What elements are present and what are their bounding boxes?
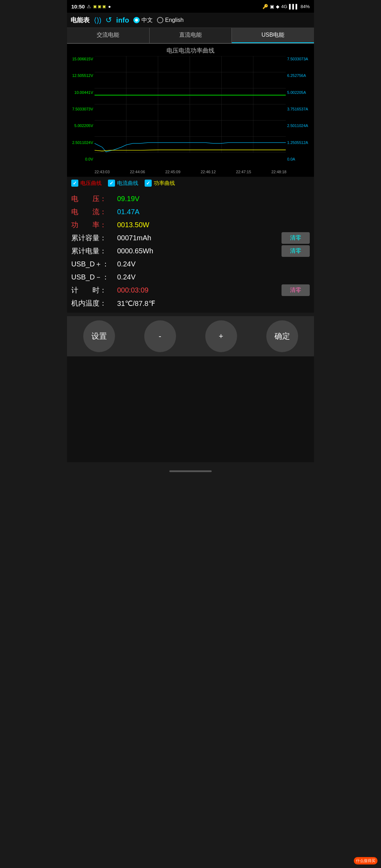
- legend-power-label: 功率曲线: [154, 180, 175, 187]
- y-axis-left: 15.006615V 12.505512V 10.00441V 7.503307…: [67, 56, 95, 169]
- current-value: 01.47A: [117, 208, 139, 216]
- tab-ac[interactable]: 交流电能: [67, 28, 150, 43]
- nav-bar: [67, 462, 314, 480]
- tab-dc[interactable]: 直流电能: [150, 28, 232, 43]
- voltage-label: 电 压：: [71, 194, 117, 204]
- signal-label: 4G: [281, 4, 287, 9]
- dot-indicator: ●: [108, 4, 111, 9]
- energy-value: 0000.65Wh: [117, 247, 310, 255]
- temp-value: 31℃/87.8℉: [117, 299, 155, 308]
- voltage-checkbox[interactable]: ✓: [71, 180, 78, 187]
- signal-bars: ▌▌▌: [289, 4, 299, 9]
- chart-container: 15.006615V 12.505512V 10.00441V 7.503307…: [67, 56, 314, 169]
- bottom-controls: 设置 - + 确定: [67, 316, 314, 356]
- current-checkbox[interactable]: ✓: [108, 180, 115, 187]
- timer-value: 000:03:09: [117, 286, 310, 294]
- footer-area: [67, 356, 314, 462]
- data-row-usbdm: USB_D－： 0.24V: [71, 271, 310, 284]
- legend-current-label: 电流曲线: [117, 180, 138, 187]
- lang-zh-label: 中文: [141, 17, 153, 24]
- chart-title: 电压电流功率曲线: [67, 45, 314, 56]
- data-row-energy: 累计电量： 0000.65Wh 清零: [71, 245, 310, 258]
- chart-section: 电压电流功率曲线 15.006615V 12.505512V 10.00441V…: [67, 44, 314, 177]
- power-value: 0013.50W: [117, 221, 149, 229]
- status-right: 🔑 ▣ ◆ 4G ▌▌▌ 84%: [262, 4, 310, 9]
- current-label: 电 流：: [71, 207, 117, 217]
- legend-voltage-label: 电压曲线: [80, 180, 102, 187]
- wifi-icon: ◆: [276, 4, 279, 9]
- decrement-button[interactable]: -: [144, 320, 176, 352]
- energy-label: 累计电量：: [71, 246, 117, 256]
- warning-icon: ⚠: [87, 4, 91, 9]
- refresh-icon[interactable]: ↺: [105, 16, 112, 25]
- power-checkbox[interactable]: ✓: [145, 180, 152, 187]
- y-axis-right: 7.5033073A 6.252756A 5.002205A 3.7516537…: [286, 56, 314, 169]
- lang-en-option[interactable]: English: [157, 17, 183, 23]
- home-bar: [169, 470, 212, 472]
- data-row-capacity: 累计容量： 00071mAh 清零: [71, 231, 310, 245]
- usbdp-value: 0.24V: [117, 260, 135, 268]
- data-row-timer: 计 时： 000:03:09 清零: [71, 284, 310, 297]
- usbdm-value: 0.24V: [117, 273, 135, 281]
- usbdm-label: USB_D－：: [71, 272, 117, 282]
- top-bar: 电能表 ⟨)) ↺ info 中文 English: [67, 13, 314, 28]
- app-title: 电能表: [71, 16, 90, 24]
- lang-en-label: English: [165, 17, 183, 23]
- power-label: 功 率：: [71, 220, 117, 230]
- confirm-button[interactable]: 确定: [266, 320, 298, 352]
- temp-label: 机内温度：: [71, 299, 117, 308]
- timer-label: 计 时：: [71, 285, 117, 295]
- battery-label: 84%: [301, 4, 310, 9]
- data-row-power: 功 率： 0013.50W: [71, 218, 310, 231]
- data-row-current: 电 流： 01.47A: [71, 205, 310, 218]
- status-left: 10:50 ⚠ ▣ ▣ ▣ ●: [71, 4, 111, 10]
- usbdp-label: USB_D＋：: [71, 259, 117, 269]
- data-row-voltage: 电 压： 09.19V: [71, 192, 310, 205]
- status-time: 10:50: [71, 4, 85, 10]
- x-axis: 22:43:03 22:44:06 22:45:09 22:46:12 22:4…: [67, 169, 314, 175]
- capacity-label: 累计容量：: [71, 233, 117, 243]
- tab-usb[interactable]: USB电能: [232, 28, 314, 43]
- chart-legend: ✓ 电压曲线 ✓ 电流曲线 ✓ 功率曲线: [67, 177, 314, 189]
- chart-area: [95, 56, 286, 169]
- app-icons: ▣ ▣ ▣: [93, 4, 106, 9]
- bluetooth-icon: ⟨)): [94, 16, 101, 24]
- legend-power[interactable]: ✓ 功率曲线: [145, 180, 175, 187]
- legend-voltage[interactable]: ✓ 电压曲线: [71, 180, 102, 187]
- data-row-temp: 机内温度： 31℃/87.8℉: [71, 297, 310, 310]
- legend-current[interactable]: ✓ 电流曲线: [108, 180, 138, 187]
- radio-en: [157, 17, 163, 23]
- voltage-value: 09.19V: [117, 195, 139, 203]
- capacity-value: 00071mAh: [117, 234, 310, 242]
- data-row-usbdp: USB_D＋： 0.24V: [71, 258, 310, 271]
- tab-row: 交流电能 直流电能 USB电能: [67, 28, 314, 44]
- key-icon: 🔑: [262, 4, 268, 9]
- lang-zh-option[interactable]: 中文: [133, 17, 153, 24]
- clear-energy-btn[interactable]: 清零: [282, 245, 310, 257]
- sim-icon: ▣: [270, 4, 274, 9]
- clear-timer-btn[interactable]: 清零: [282, 284, 310, 296]
- increment-button[interactable]: +: [205, 320, 237, 352]
- info-label[interactable]: info: [116, 16, 129, 24]
- status-bar: 10:50 ⚠ ▣ ▣ ▣ ● 🔑 ▣ ◆ 4G ▌▌▌ 84%: [67, 0, 314, 13]
- clear-capacity-btn[interactable]: 清零: [282, 232, 310, 244]
- data-section: 电 压： 09.19V 电 流： 01.47A 功 率： 0013.50W 累计…: [67, 189, 314, 313]
- settings-button[interactable]: 设置: [83, 320, 115, 352]
- radio-zh: [133, 17, 140, 23]
